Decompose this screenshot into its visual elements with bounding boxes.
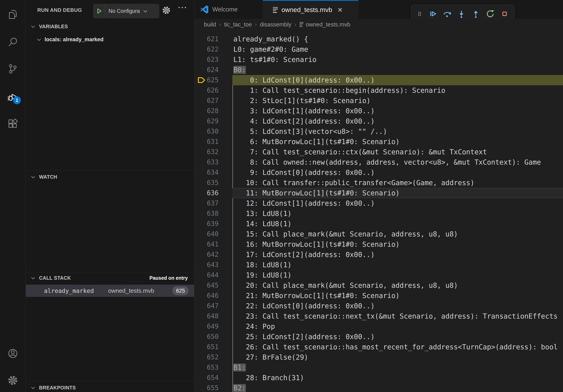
stop-button[interactable] <box>500 9 509 19</box>
code-line-636[interactable]: 636 11: MutBorrowLoc[1](ts#1#0: Scenario… <box>194 188 563 198</box>
code-line-642[interactable]: 642 17: LdConst[2](address: 0x00..) <box>194 249 563 260</box>
code-line-622[interactable]: 622L0: game#2#0: Game <box>194 44 563 54</box>
close-icon[interactable]: × <box>338 6 343 14</box>
line-number[interactable]: 651 <box>194 342 218 352</box>
line-number[interactable]: 650 <box>194 332 218 342</box>
code-line-641[interactable]: 641 16: MutBorrowLoc[1](ts#1#0: Scenario… <box>194 239 563 249</box>
line-number[interactable]: 626 <box>194 85 218 95</box>
line-number[interactable]: 643 <box>194 260 218 270</box>
variables-locals-row[interactable]: locals: already_marked <box>26 34 194 45</box>
line-number[interactable]: 641 <box>194 239 218 249</box>
watch-section-header[interactable]: WATCH <box>26 171 194 182</box>
code-line-643[interactable]: 643 18: LdU8(1) <box>194 260 563 270</box>
code-line-629[interactable]: 629 4: LdConst[2](address: 0x00..) <box>194 116 563 126</box>
line-number[interactable]: 621 <box>194 34 218 44</box>
step-over-button[interactable] <box>442 9 452 19</box>
accounts-icon[interactable] <box>7 348 19 359</box>
code-line-650[interactable]: 650 25: LdConst[2](address: 0x00..) <box>194 332 563 342</box>
line-number[interactable]: 636 <box>194 188 218 198</box>
code-line-651[interactable]: 651 26: Call test_scenario::has_most_rec… <box>194 342 563 352</box>
code-line-653[interactable]: 653B1: <box>194 362 563 373</box>
watch-header-label: WATCH <box>39 174 57 180</box>
continue-button[interactable] <box>428 9 437 19</box>
line-number[interactable]: 632 <box>194 147 218 157</box>
line-number[interactable]: 629 <box>194 116 218 126</box>
line-number[interactable]: 646 <box>194 290 218 301</box>
line-number[interactable]: 623 <box>194 54 218 65</box>
tab-owned-tests[interactable]: owned_tests.mvb × <box>263 0 358 19</box>
line-number[interactable]: 630 <box>194 126 218 137</box>
code-line-628[interactable]: 628 3: LdConst[1](address: 0x00..) <box>194 106 563 116</box>
breadcrumb-item-disassembly[interactable]: disassembly <box>260 21 292 28</box>
code-line-638[interactable]: 638 13: LdU8(1) <box>194 209 563 219</box>
code-line-639[interactable]: 639 14: LdU8(1) <box>194 219 563 229</box>
code-line-631[interactable]: 631 6: MutBorrowLoc[1](ts#1#0: Scenario) <box>194 137 563 147</box>
line-number[interactable]: 654 <box>194 373 218 383</box>
code-line-635[interactable]: 635 10: Call transfer::public_transfer<G… <box>194 178 563 188</box>
source-control-icon[interactable] <box>7 63 19 75</box>
line-number[interactable]: 631 <box>194 137 218 147</box>
breadcrumb-item-build[interactable]: build <box>204 21 216 28</box>
line-number[interactable]: 622 <box>194 44 218 54</box>
extensions-icon[interactable] <box>7 118 19 130</box>
launch-config-dropdown[interactable]: No Configura <box>93 4 159 18</box>
code-line-644[interactable]: 644 19: LdU8(1) <box>194 270 563 280</box>
breakpoints-section-header[interactable]: BREAKPOINTS <box>26 382 194 392</box>
code-line-645[interactable]: 645 20: Call place_mark(&mut Scenario, a… <box>194 280 563 290</box>
step-out-button[interactable] <box>471 9 481 19</box>
code-line-648[interactable]: 648 23: Call test_scenario::next_tx(&mut… <box>194 311 563 321</box>
code-line-623[interactable]: 623L1: ts#1#0: Scenario <box>194 54 563 65</box>
code-line-646[interactable]: 646 21: MutBorrowLoc[1](ts#1#0: Scenario… <box>194 290 563 301</box>
step-into-button[interactable] <box>457 9 466 19</box>
code-line-627[interactable]: 627 2: StLoc[1](ts#1#0: Scenario) <box>194 95 563 106</box>
variables-section-header[interactable]: VARIABLES <box>26 21 194 32</box>
code-line-633[interactable]: 633 8: Call owned::new(address, address,… <box>194 157 563 167</box>
code-line-647[interactable]: 647 22: LdConst[0](address: 0x00..) <box>194 301 563 311</box>
code-line-624[interactable]: 624B0: <box>194 65 563 75</box>
line-number[interactable]: 634 <box>194 167 218 178</box>
line-number[interactable]: 644 <box>194 270 218 280</box>
line-number[interactable]: 642 <box>194 249 218 260</box>
debug-settings-gear-icon[interactable] <box>162 6 171 15</box>
code-line-637[interactable]: 637 12: LdConst[1](address: 0x00..) <box>194 198 563 209</box>
code-line-654[interactable]: 654 28: Branch(31) <box>194 373 563 383</box>
code-line-630[interactable]: 630 5: LdConst[3](vector<u8>: "" /..) <box>194 126 563 137</box>
line-number[interactable]: 635 <box>194 178 218 188</box>
line-number[interactable]: 624 <box>194 65 218 75</box>
restart-button[interactable] <box>486 9 495 19</box>
code-editor[interactable]: 621already_marked() {622L0: game#2#0: Ga… <box>194 30 563 392</box>
code-line-652[interactable]: 652 27: BrFalse(29) <box>194 352 563 362</box>
line-number[interactable]: 628 <box>194 106 218 116</box>
line-number[interactable]: 652 <box>194 352 218 362</box>
search-icon[interactable] <box>7 36 19 48</box>
line-number[interactable]: 653 <box>194 362 218 373</box>
line-number[interactable]: 637 <box>194 198 218 209</box>
line-number[interactable]: 627 <box>194 95 218 106</box>
code-line-621[interactable]: 621already_marked() { <box>194 34 563 44</box>
stack-frame-row[interactable]: already_marked owned_tests.mvb 625 <box>26 285 194 297</box>
code-line-625[interactable]: 625 0: LdConst[0](address: 0x00..) <box>194 75 563 85</box>
line-number[interactable]: 638 <box>194 209 218 219</box>
drag-grip-icon[interactable] <box>416 9 423 19</box>
more-actions-icon[interactable]: ··· <box>178 3 188 12</box>
line-number[interactable]: 645 <box>194 280 218 290</box>
line-number[interactable]: 639 <box>194 219 218 229</box>
settings-gear-icon[interactable] <box>7 375 19 386</box>
line-number[interactable]: 647 <box>194 301 218 311</box>
code-line-634[interactable]: 634 9: LdConst[0](address: 0x00..) <box>194 167 563 178</box>
line-number[interactable]: 640 <box>194 229 218 239</box>
breadcrumb-item-owned_tests.mvb[interactable]: owned_tests.mvb <box>306 21 350 28</box>
code-line-640[interactable]: 640 15: Call place_mark(&mut Scenario, a… <box>194 229 563 239</box>
line-number[interactable]: 633 <box>194 157 218 167</box>
code-line-632[interactable]: 632 7: Call test_scenario::ctx(&mut Scen… <box>194 147 563 157</box>
tab-welcome[interactable]: Welcome <box>194 0 263 19</box>
code-line-626[interactable]: 626 1: Call test_scenario::begin(address… <box>194 85 563 95</box>
breadcrumb-item-tic_tac_toe[interactable]: tic_tac_toe <box>224 21 252 28</box>
explorer-icon[interactable] <box>7 9 19 20</box>
code-line-649[interactable]: 649 24: Pop <box>194 321 563 332</box>
code-line-655[interactable]: 655B2: <box>194 383 563 392</box>
line-number[interactable]: 655 <box>194 383 218 392</box>
line-number[interactable]: 649 <box>194 321 218 332</box>
line-number[interactable]: 648 <box>194 311 218 321</box>
start-debug-button[interactable] <box>93 4 105 18</box>
